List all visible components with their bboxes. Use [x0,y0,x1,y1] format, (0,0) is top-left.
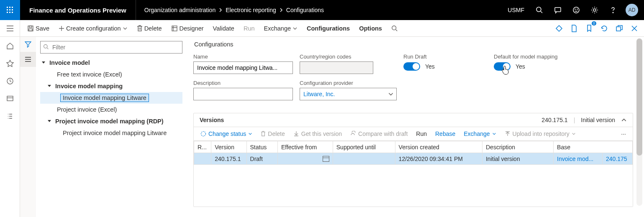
refresh-button[interactable] [598,22,611,35]
more-button[interactable]: ··· [617,129,630,139]
quickfilter-button[interactable] [20,37,36,52]
validate-button[interactable]: Validate [208,20,239,37]
save-button[interactable]: Save [23,20,54,37]
col-effective[interactable]: Effective from [277,141,333,153]
table-row[interactable]: 240.175.1 Draft 12/26/2020 09:34:41 PM I… [194,153,633,165]
legal-entity[interactable]: USMF [502,0,530,20]
validate-label: Validate [213,25,234,32]
office-button[interactable] [568,22,580,35]
help-button[interactable] [604,0,622,20]
change-status-button[interactable]: Change status [196,129,257,139]
configurations-button[interactable]: Configurations [302,20,354,37]
delete-button[interactable]: Delete [132,20,167,37]
search-button[interactable] [530,0,549,20]
versions-section: Versions 240.175.1 | Initial version Cha… [193,113,633,207]
tree-n2[interactable]: Invoice model mapping [40,80,182,92]
app-launcher-button[interactable] [0,0,20,20]
col-status[interactable]: Status [246,141,277,153]
table-header: R... Version Status Effective from Suppo… [194,141,633,153]
rundraft-toggle[interactable] [403,62,420,71]
smile-icon [572,6,580,14]
versions-summary-ver: 240.175.1 [541,117,567,123]
plus-icon [59,26,64,31]
pin-button[interactable]: 0 [583,22,595,35]
tree-n4a[interactable]: Project invoice model mapping Litware [40,127,182,139]
feedback-button[interactable] [567,0,585,20]
designer-icon [171,25,178,32]
tree-root[interactable]: Invoice model [40,57,182,69]
desc-field[interactable] [193,88,293,100]
svg-rect-7 [9,12,10,13]
breadcrumb-3[interactable]: Configurations [286,7,324,13]
col-created[interactable]: Version created [395,141,482,153]
col-desc[interactable]: Description [482,141,553,153]
close-button[interactable] [628,22,641,35]
breadcrumb-2[interactable]: Electronic reporting [226,7,276,13]
scrollbar-thumb[interactable] [636,38,642,156]
download-icon [293,131,299,137]
home-button[interactable] [5,41,15,51]
v-run-button[interactable]: Run [412,129,431,139]
settings-button[interactable] [585,0,604,20]
tree-filter-input[interactable] [40,41,182,54]
find-button[interactable] [387,20,403,37]
rebase-button[interactable]: Rebase [431,129,459,139]
tree-n3[interactable]: Project invoice (Excel) [40,104,182,115]
col-supported[interactable]: Supported until [333,141,395,153]
recent-button[interactable] [5,76,15,86]
cell-status: Draft [246,153,277,165]
caret-down-icon [47,84,51,88]
run-label: Run [244,25,255,32]
search-icon [391,25,398,32]
col-base[interactable]: Base [554,141,633,153]
chevron-down-icon [388,91,394,97]
create-label: Create configuration [66,25,121,32]
tree-n2a-label: Invoice model mapping Litware [60,94,149,102]
page-icon [571,25,577,32]
svg-point-15 [613,12,613,13]
attachments-button[interactable] [553,22,565,35]
trash-icon [261,131,266,137]
options-button[interactable]: Options [354,20,387,37]
chevron-down-icon [292,26,298,31]
tree-n1[interactable]: Free text invoice (Excel) [40,69,182,80]
workspaces-button[interactable] [5,94,15,104]
create-config-button[interactable]: Create configuration [54,20,132,37]
run-button: Run [239,20,259,37]
tree-root-label: Invoice model [47,59,92,67]
messages-button[interactable] [549,0,567,20]
col-version[interactable]: Version [211,141,246,153]
nav-expand-button[interactable] [0,20,20,36]
modules-button[interactable] [5,111,15,121]
tree-n2a[interactable]: Invoice model mapping Litware [40,92,182,104]
crc-field[interactable] [300,61,373,74]
scrollbar[interactable] [636,38,642,206]
exchange-label: Exchange [264,25,291,32]
provider-select[interactable]: Litware, Inc. [300,88,397,100]
chevron-up-icon[interactable] [621,117,627,123]
cell-effective[interactable] [277,153,333,165]
favorites-button[interactable] [5,59,15,69]
trash-icon [137,25,143,32]
svg-rect-1 [9,7,10,8]
cell-base-ver[interactable]: 240.175 [603,153,633,165]
tree-n1-label: Free text invoice (Excel) [54,70,125,79]
breadcrumb-1[interactable]: Organization administration [144,7,216,13]
options-label: Options [359,25,382,32]
app-title: Finance and Operations Preview [20,0,136,20]
tree-n4[interactable]: Project invoice model mapping (RDP) [40,115,182,127]
cell-base-name[interactable]: Invoice mod... [554,153,603,165]
popout-button[interactable] [613,22,626,35]
col-r[interactable]: R... [194,141,211,153]
related-info-button[interactable] [20,52,36,67]
v-exchange-button[interactable]: Exchange [459,129,500,139]
avatar[interactable]: AD [626,4,638,16]
left-nav-rail [0,37,20,217]
designer-button[interactable]: Designer [167,20,208,37]
name-field[interactable] [193,61,293,74]
versions-table: R... Version Status Effective from Suppo… [194,141,633,207]
star-icon [6,60,14,67]
cell-desc: Initial version [482,153,553,165]
search-icon [536,6,543,14]
exchange-button[interactable]: Exchange [259,20,303,37]
